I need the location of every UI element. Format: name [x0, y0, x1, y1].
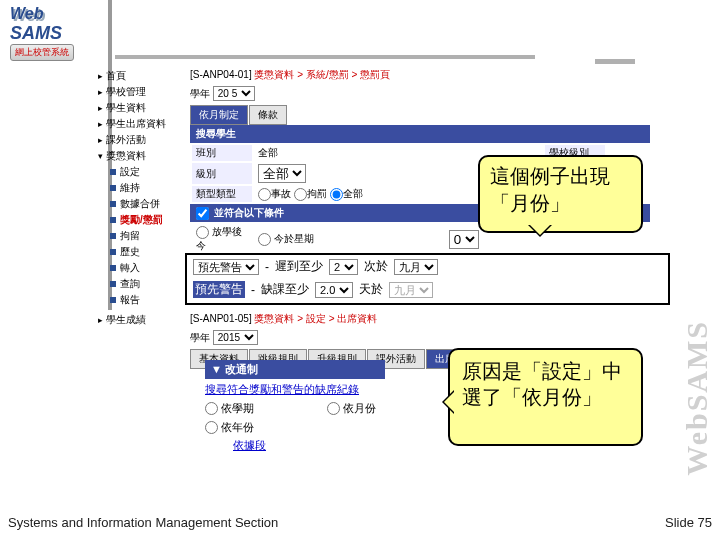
nav-extracurricular[interactable]: ▸課外活動 [98, 132, 188, 148]
rule-row-1: 預先警告 - 遲到至少 2 次於 九月 [187, 255, 668, 278]
nav-attendance[interactable]: ▸學生出席資料 [98, 116, 188, 132]
sidebar-nav: ▸首頁 ▸學校管理 ▸學生資料 ▸學生出席資料 ▸課外活動 ▾獎懲資料 設定 維… [98, 68, 188, 328]
level-select[interactable]: 全部 [258, 164, 306, 183]
nav-sub-history[interactable]: 歷史 [98, 244, 188, 260]
nav-sub-detention[interactable]: 拘留 [98, 228, 188, 244]
callout-reason: 原因是「設定」中選了「依月份」 [448, 348, 643, 446]
tab-by-month[interactable]: 依月制定 [190, 105, 248, 125]
logo-sams: SAMS [10, 23, 62, 43]
nav-sub-maintain[interactable]: 維持 [98, 180, 188, 196]
footer-left: Systems and Information Management Secti… [8, 515, 278, 530]
nav-sub-query[interactable]: 查詢 [98, 276, 188, 292]
year2-select[interactable]: 2015 [213, 330, 258, 345]
nav-sub-transfer[interactable]: 轉入 [98, 260, 188, 276]
today-radio[interactable] [258, 233, 271, 246]
nav-sub-merge[interactable]: 數據合併 [98, 196, 188, 212]
ack-radio[interactable] [196, 226, 209, 239]
breadcrumb-2: [S-ANP01-05] 獎懲資料 > 設定 > 出席資料 [190, 312, 650, 326]
nav-sub-reward[interactable]: 獎勵/懲罰 [98, 212, 188, 228]
nav-home[interactable]: ▸首頁 [98, 68, 188, 84]
cond-checkbox[interactable] [196, 207, 209, 220]
nav-sub-setup[interactable]: 設定 [98, 164, 188, 180]
breadcrumb-1: [S-ANP04-01] 獎懲資料 > 系統/懲罰 > 懲罰頁 [190, 68, 650, 82]
rule1-count-select[interactable]: 2 [329, 259, 358, 275]
nav-student-info[interactable]: ▸學生資料 [98, 100, 188, 116]
side-brand-text: WebSAMS [680, 320, 714, 476]
rule2-count-select[interactable]: 2.0 [315, 282, 353, 298]
logo-subtitle: 網上校管系統 [10, 44, 74, 61]
radio-by-term[interactable]: 依學期 [205, 401, 315, 416]
type-opt-2[interactable]: 全部 [330, 188, 363, 199]
tabbar-1: 依月制定 條款 [190, 105, 650, 125]
rule2-type-highlight[interactable]: 預先警告 [193, 281, 245, 298]
year-label: 學年 [190, 88, 210, 99]
class-label: 班別 [192, 145, 252, 161]
rule-row-2: 預先警告 - 缺課至少 2.0 天於 九月 [187, 278, 668, 301]
year2-label: 學年 [190, 332, 210, 343]
setup-header: ▼ 改通制 [205, 360, 385, 379]
type-label: 類型類型 [192, 186, 252, 202]
callout-month-example: 這個例子出現「月份」 [478, 155, 643, 233]
setup-area: ▼ 改通制 搜尋符合獎勵和警告的缺席紀錄 依學期 依月份 依年份 依據段 [205, 360, 455, 453]
nav-reward-punish[interactable]: ▾獎懲資料 [98, 148, 188, 164]
search-absence-link[interactable]: 搜尋符合獎勵和警告的缺席紀錄 [205, 383, 359, 395]
search-header: 搜尋學生 [190, 125, 650, 143]
radio-by-month[interactable]: 依月份 [327, 401, 437, 416]
rule-focus-box: 預先警告 - 遲到至少 2 次於 九月 預先警告 - 缺課至少 2.0 天於 九… [185, 253, 670, 305]
type-opt-0[interactable]: 事故 [258, 188, 291, 199]
type-opt-1[interactable]: 拘罰 [294, 188, 327, 199]
footer-right: Slide 75 [665, 515, 712, 530]
radio-by-year[interactable]: 依年份 [205, 420, 315, 435]
nav-school-mgmt[interactable]: ▸學校管理 [98, 84, 188, 100]
rule1-type-select[interactable]: 預先警告 [193, 259, 259, 275]
zero-select[interactable]: 0 [449, 230, 479, 249]
basis-link[interactable]: 依據段 [233, 438, 266, 453]
level-label: 級別 [192, 163, 252, 184]
year-select[interactable]: 20 5 [213, 86, 255, 101]
nav-sub-report[interactable]: 報告 [98, 292, 188, 308]
logo-web: Web [10, 5, 43, 22]
header-rule [115, 55, 635, 65]
tab-terms[interactable]: 條款 [249, 105, 287, 125]
rule2-period-select[interactable]: 九月 [389, 282, 433, 298]
nav-student-score[interactable]: ▸學生成績 [98, 312, 188, 328]
logo: Web SAMS 網上校管系統 [10, 5, 110, 50]
rule1-period-select[interactable]: 九月 [394, 259, 438, 275]
